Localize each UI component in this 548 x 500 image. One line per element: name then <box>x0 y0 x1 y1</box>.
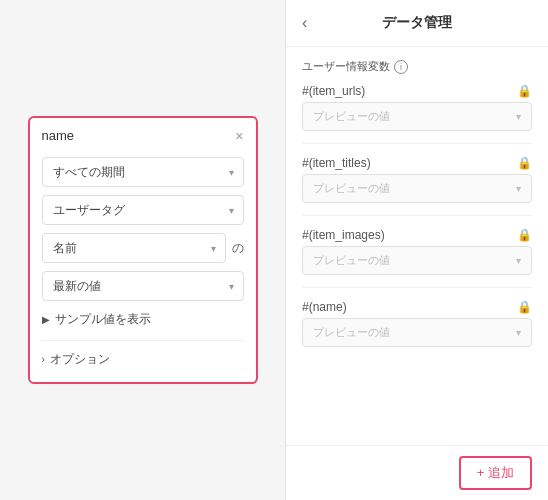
right-header: ‹ データ管理 <box>286 0 548 47</box>
variable-tag-3: #(name) <box>302 300 347 314</box>
preview-row-3[interactable]: プレビューの値 ▾ <box>302 318 532 347</box>
sample-label: サンプル値を表示 <box>55 311 151 328</box>
preview-chevron-3[interactable]: ▾ <box>516 327 521 338</box>
variable-tag-0: #(item_urls) <box>302 84 365 98</box>
latest-select-wrapper: 最新の値 ▾ <box>42 271 244 301</box>
variable-item-3: #(name) 🔒 プレビューの値 ▾ <box>302 300 532 347</box>
name-suffix: の <box>232 240 244 257</box>
right-footer: + 追加 <box>286 445 548 500</box>
preview-row-2[interactable]: プレビューの値 ▾ <box>302 246 532 275</box>
section-label-text: ユーザー情報変数 <box>302 59 390 74</box>
options-row[interactable]: › オプション <box>42 340 244 368</box>
popup-card: name × すべての期間 ▾ ユーザータグ ▾ 名前 ▾ の <box>28 116 258 384</box>
close-icon[interactable]: × <box>235 129 243 143</box>
preview-row-1[interactable]: プレビューの値 ▾ <box>302 174 532 203</box>
options-expand-icon: › <box>42 354 45 365</box>
divider-1 <box>302 215 532 216</box>
right-body: ユーザー情報変数 i #(item_urls) 🔒 プレビューの値 ▾ #(it… <box>286 47 548 445</box>
lock-icon-2: 🔒 <box>517 228 532 242</box>
period-select-wrapper: すべての期間 ▾ <box>42 157 244 187</box>
right-panel-title: データ管理 <box>382 14 452 32</box>
left-panel: name × すべての期間 ▾ ユーザータグ ▾ 名前 ▾ の <box>0 0 285 500</box>
divider-2 <box>302 287 532 288</box>
variable-tag-row-3: #(name) 🔒 <box>302 300 532 314</box>
sample-expand-icon: ▶ <box>42 314 50 325</box>
variable-tag-row-1: #(item_titles) 🔒 <box>302 156 532 170</box>
preview-chevron-1[interactable]: ▾ <box>516 183 521 194</box>
variable-tag-2: #(item_images) <box>302 228 385 242</box>
sample-row[interactable]: ▶ サンプル値を表示 <box>42 311 244 328</box>
name-select-wrapper: 名前 ▾ <box>42 233 226 263</box>
variable-tag-row-2: #(item_images) 🔒 <box>302 228 532 242</box>
preview-row-0[interactable]: プレビューの値 ▾ <box>302 102 532 131</box>
variable-item-1: #(item_titles) 🔒 プレビューの値 ▾ <box>302 156 532 203</box>
user-tag-select-wrapper: ユーザータグ ▾ <box>42 195 244 225</box>
back-button[interactable]: ‹ <box>302 14 307 32</box>
preview-text-3: プレビューの値 <box>313 325 390 340</box>
preview-text-0: プレビューの値 <box>313 109 390 124</box>
name-select[interactable]: 名前 <box>42 233 226 263</box>
variable-tag-row-0: #(item_urls) 🔒 <box>302 84 532 98</box>
preview-chevron-2[interactable]: ▾ <box>516 255 521 266</box>
divider-0 <box>302 143 532 144</box>
name-select-row: 名前 ▾ の <box>42 233 244 263</box>
popup-title: name <box>42 128 75 143</box>
user-tag-select[interactable]: ユーザータグ <box>42 195 244 225</box>
preview-text-1: プレビューの値 <box>313 181 390 196</box>
lock-icon-1: 🔒 <box>517 156 532 170</box>
info-icon[interactable]: i <box>394 60 408 74</box>
variable-item-0: #(item_urls) 🔒 プレビューの値 ▾ <box>302 84 532 131</box>
add-button[interactable]: + 追加 <box>459 456 532 490</box>
right-panel: ‹ データ管理 ユーザー情報変数 i #(item_urls) 🔒 プレビューの… <box>285 0 548 500</box>
section-label: ユーザー情報変数 i <box>302 59 532 74</box>
preview-chevron-0[interactable]: ▾ <box>516 111 521 122</box>
preview-text-2: プレビューの値 <box>313 253 390 268</box>
popup-header: name × <box>42 128 244 143</box>
variable-item-2: #(item_images) 🔒 プレビューの値 ▾ <box>302 228 532 275</box>
period-select[interactable]: すべての期間 <box>42 157 244 187</box>
variable-tag-1: #(item_titles) <box>302 156 371 170</box>
lock-icon-0: 🔒 <box>517 84 532 98</box>
latest-select[interactable]: 最新の値 <box>42 271 244 301</box>
lock-icon-3: 🔒 <box>517 300 532 314</box>
options-label: オプション <box>50 351 110 368</box>
